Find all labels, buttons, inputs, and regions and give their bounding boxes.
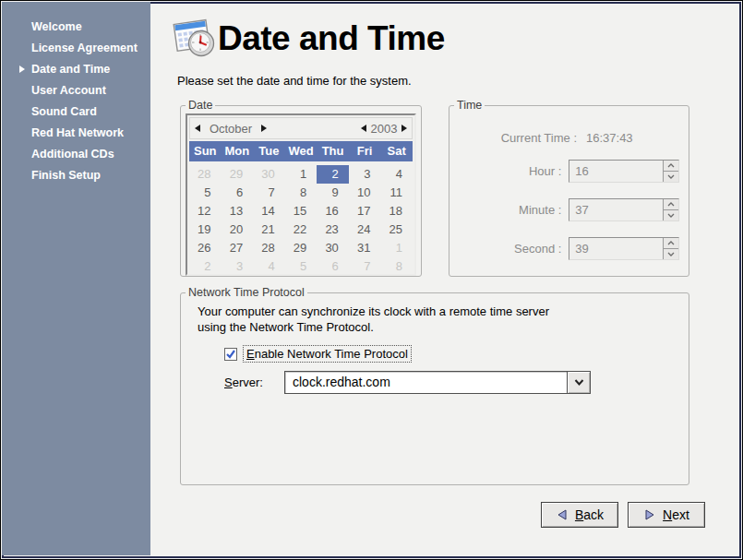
hour-label: Hour : [449,164,561,178]
calendar-weekday-header: SunMonTueWedThuFriSat [189,141,413,161]
back-button[interactable]: Back [541,502,618,528]
second-spin-down-icon[interactable] [664,249,678,259]
sidebar-item-additional-cds[interactable]: Additional CDs [2,144,150,165]
calendar-clock-icon [168,13,220,65]
calendar-day[interactable]: 1 [285,165,318,184]
calendar-day[interactable]: 21 [253,220,285,239]
ntp-group: Network Time Protocol Your computer can … [180,292,689,485]
calendar-day[interactable]: 6 [317,257,349,276]
next-button-label: Next [663,507,689,522]
current-time-value: 16:37:43 [586,131,633,145]
setup-agent-window: WelcomeLicense AgreementDate and TimeUse… [0,0,743,560]
server-input[interactable]: clock.redhat.com [285,372,567,393]
ntp-description-line2: using the Network Time Protocol. [198,320,374,334]
date-group-label: Date [186,99,215,112]
enable-ntp-checkbox[interactable] [224,348,237,361]
sidebar-item-welcome[interactable]: Welcome [2,17,150,38]
calendar-day[interactable]: 4 [253,257,285,276]
calendar-day[interactable]: 5 [285,257,318,276]
calendar-day[interactable]: 18 [380,202,413,220]
second-value[interactable]: 39 [569,238,663,259]
calendar-month-label: October [200,122,261,136]
hour-spin-down-icon[interactable] [664,172,678,182]
calendar-day[interactable]: 31 [349,239,381,257]
sidebar-item-red-hat-network[interactable]: Red Hat Network [2,123,150,144]
calendar-day[interactable]: 16 [317,202,349,220]
sidebar-item-user-account[interactable]: User Account [2,80,150,101]
server-label: Server: [224,375,263,389]
calendar-day[interactable]: 6 [222,184,254,202]
weekday-fri: Fri [349,141,381,161]
calendar-day[interactable]: 28 [189,165,222,184]
calendar-year-label: 2003 [366,122,401,136]
time-group: Time Current Time : 16:37:43 Hour : 16 M… [449,105,689,277]
calendar-day[interactable]: 3 [349,165,381,184]
sidebar-item-license-agreement[interactable]: License Agreement [2,38,150,59]
calendar-day[interactable]: 13 [222,202,254,220]
calendar-day[interactable]: 7 [349,257,381,276]
sidebar-item-finish-setup[interactable]: Finish Setup [2,165,150,186]
second-spin-up-icon[interactable] [664,238,678,249]
calendar-day[interactable]: 12 [189,202,222,220]
next-month-arrow-icon[interactable] [261,125,267,132]
calendar-day[interactable]: 4 [380,165,413,184]
calendar-day[interactable]: 23 [317,220,349,239]
second-label: Second : [449,242,561,256]
calendar-day[interactable]: 20 [222,220,254,239]
weekday-sat: Sat [380,141,413,161]
sidebar-item-label: User Account [31,84,106,97]
calendar-day[interactable]: 22 [285,220,318,239]
calendar-day-selected[interactable]: 2 [317,165,349,184]
hour-value[interactable]: 16 [569,161,663,182]
current-time-label: Current Time : [449,131,577,145]
calendar-day[interactable]: 19 [189,220,222,239]
calendar-day[interactable]: 2 [189,257,222,276]
hour-spin-up-icon[interactable] [664,161,678,172]
page-subtitle: Please set the date and time for the sys… [177,74,412,88]
time-group-label: Time [454,99,485,112]
calendar-day[interactable]: 17 [349,202,381,220]
weekday-thu: Thu [317,141,349,161]
calendar-day[interactable]: 10 [349,184,381,202]
calendar-day[interactable]: 30 [317,239,349,257]
weekday-tue: Tue [253,141,285,161]
calendar-day[interactable]: 25 [380,220,413,239]
calendar-day[interactable]: 27 [222,239,254,257]
next-button[interactable]: Next [628,502,705,528]
hour-spinner[interactable]: 16 [569,160,679,183]
sidebar-item-date-and-time[interactable]: Date and Time [2,59,150,80]
second-spinner[interactable]: 39 [569,237,679,260]
calendar-day[interactable]: 14 [253,202,285,220]
calendar-day[interactable]: 24 [349,220,381,239]
calendar-day[interactable]: 11 [380,184,413,202]
sidebar-item-sound-card[interactable]: Sound Card [2,101,150,123]
calendar-day[interactable]: 5 [189,184,222,202]
sidebar-item-label: Sound Card [31,105,97,118]
minute-value[interactable]: 37 [569,199,663,220]
calendar-day[interactable]: 28 [253,239,285,257]
calendar-day[interactable]: 29 [222,165,254,184]
minute-spinner[interactable]: 37 [569,198,679,221]
date-group: Date October 2003 SunMonTueWedThuFriSat … [180,105,422,277]
minute-spin-up-icon[interactable] [664,199,678,210]
next-year-arrow-icon[interactable] [401,125,407,132]
calendar-day[interactable]: 29 [285,239,318,257]
calendar-day[interactable]: 30 [253,165,285,184]
calendar-day[interactable]: 9 [317,184,349,202]
calendar-day[interactable]: 3 [222,257,254,276]
calendar-day[interactable]: 7 [253,184,285,202]
server-dropdown-button[interactable] [567,372,590,393]
calendar: October 2003 SunMonTueWedThuFriSat 28293… [186,113,416,276]
ntp-description-line1: Your computer can synchronize its clock … [198,304,549,318]
weekday-wed: Wed [285,141,318,161]
calendar-header: October 2003 [189,117,413,139]
calendar-day[interactable]: 1 [380,239,413,257]
sidebar-item-label: Welcome [31,20,82,33]
minute-spin-down-icon[interactable] [664,210,678,220]
calendar-day[interactable]: 8 [285,184,318,202]
calendar-day[interactable]: 26 [189,239,222,257]
enable-ntp-checkbox-label[interactable]: Enable Network Time Protocol [243,345,412,363]
calendar-day[interactable]: 15 [285,202,318,220]
calendar-day[interactable]: 8 [380,257,413,276]
calendar-day-grid: 2829301234567891011121314151617181920212… [189,165,413,276]
